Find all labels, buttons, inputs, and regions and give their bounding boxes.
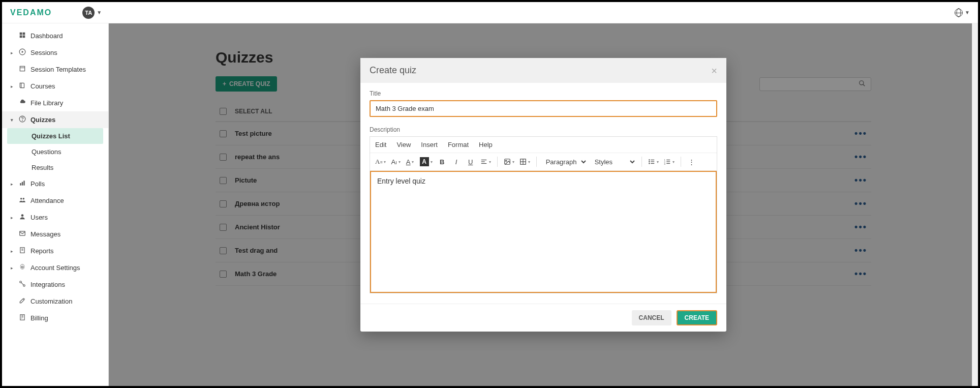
sidebar-item-label: Messages xyxy=(30,230,60,238)
table-tool[interactable]: ▾ xyxy=(518,155,531,168)
create-button[interactable]: CREATE xyxy=(677,310,717,325)
svg-rect-2 xyxy=(20,36,22,38)
svg-rect-1 xyxy=(23,33,25,35)
gear-icon xyxy=(18,263,26,272)
more-tool[interactable]: ⋮ xyxy=(686,155,697,168)
svg-rect-12 xyxy=(22,182,23,186)
sidebar-item-reports[interactable]: ▸Reports xyxy=(2,243,108,259)
font-family-tool[interactable]: A≡▾ xyxy=(374,155,387,168)
svg-rect-11 xyxy=(20,183,21,186)
billing-icon xyxy=(18,314,26,322)
sidebar: Dashboard▸SessionsSession Templates▸Cour… xyxy=(2,23,109,386)
caret-icon: ▸ xyxy=(9,215,14,220)
align-tool[interactable]: ▾ xyxy=(479,155,492,168)
template-icon xyxy=(18,65,26,74)
sidebar-item-file-library[interactable]: File Library xyxy=(2,95,108,111)
sidebar-child-questions[interactable]: Questions xyxy=(2,144,108,160)
quiz-title-input[interactable] xyxy=(370,100,717,117)
sidebar-item-customization[interactable]: Customization xyxy=(2,293,108,310)
svg-point-16 xyxy=(21,214,24,217)
sidebar-item-label: Sessions xyxy=(30,49,57,56)
description-label: Description xyxy=(370,126,717,133)
underline-tool[interactable]: U xyxy=(465,155,476,168)
sidebar-item-polls[interactable]: ▸Polls xyxy=(2,175,108,192)
svg-marker-5 xyxy=(22,51,24,53)
svg-rect-6 xyxy=(20,66,24,71)
integrations-icon xyxy=(18,280,26,289)
menu-format[interactable]: Format xyxy=(448,141,469,148)
caret-icon: ▸ xyxy=(9,84,14,89)
brand-logo: VEDAMO xyxy=(10,8,52,17)
sidebar-item-courses[interactable]: ▸Courses xyxy=(2,78,108,95)
people-icon xyxy=(18,196,26,205)
sidebar-item-session-templates[interactable]: Session Templates xyxy=(2,61,108,78)
svg-point-14 xyxy=(20,198,22,200)
scrollbar[interactable] xyxy=(972,23,978,386)
tools-icon xyxy=(18,297,26,306)
modal-title: Create quiz xyxy=(370,65,416,76)
sidebar-item-users[interactable]: ▸Users xyxy=(2,209,108,226)
svg-point-39 xyxy=(649,160,649,160)
create-quiz-modal: Create quiz × Title Description Edit Vie… xyxy=(360,58,726,332)
report-icon xyxy=(18,247,26,255)
sidebar-item-label: Reports xyxy=(30,247,54,255)
text-color-tool[interactable]: A▾ xyxy=(405,155,416,168)
font-size-tool[interactable]: AI▾ xyxy=(390,155,401,168)
sidebar-item-account-settings[interactable]: ▸Account Settings xyxy=(2,259,108,276)
svg-point-41 xyxy=(649,163,649,164)
users-icon xyxy=(18,213,26,222)
title-label: Title xyxy=(370,90,717,97)
sidebar-item-label: Quizzes xyxy=(30,116,55,124)
caret-icon: ▸ xyxy=(9,249,14,254)
editor: Edit View Insert Format Help A≡▾ AI▾ A▾ … xyxy=(370,136,717,293)
sidebar-item-label: Customization xyxy=(30,297,72,305)
paragraph-select[interactable]: Paragraph xyxy=(542,156,588,168)
svg-rect-0 xyxy=(20,33,22,35)
chart-icon xyxy=(18,180,26,188)
sidebar-item-label: Integrations xyxy=(30,281,65,288)
italic-tool[interactable]: I xyxy=(451,155,462,168)
caret-icon: ▾ xyxy=(9,117,14,123)
svg-text:3: 3 xyxy=(664,163,665,165)
mail-icon xyxy=(18,230,26,238)
sidebar-item-sessions[interactable]: ▸Sessions xyxy=(2,44,108,61)
help-icon xyxy=(18,115,26,124)
bg-color-tool[interactable]: A▾ xyxy=(419,155,434,168)
sidebar-item-attendance[interactable]: Attendance xyxy=(2,192,108,209)
sidebar-item-messages[interactable]: Messages xyxy=(2,226,108,243)
bold-tool[interactable]: B xyxy=(437,155,448,168)
sidebar-child-results[interactable]: Results xyxy=(2,160,108,175)
sidebar-item-billing[interactable]: Billing xyxy=(2,310,108,326)
caret-icon: ▸ xyxy=(9,50,14,55)
svg-rect-13 xyxy=(23,181,24,185)
bullet-list-tool[interactable]: ▾ xyxy=(647,155,660,168)
user-menu[interactable]: TA ▼ xyxy=(82,7,102,19)
svg-line-24 xyxy=(21,283,24,285)
sidebar-item-quizzes[interactable]: ▾Quizzes xyxy=(2,111,108,128)
topbar: VEDAMO TA ▼ ▼ xyxy=(2,2,978,23)
menu-edit[interactable]: Edit xyxy=(375,141,386,148)
editor-body[interactable]: Entry level quiz xyxy=(370,171,717,293)
cancel-button[interactable]: CANCEL xyxy=(632,310,671,325)
number-list-tool[interactable]: 123▾ xyxy=(663,155,676,168)
cloud-icon xyxy=(18,99,26,107)
menu-help[interactable]: Help xyxy=(479,141,493,148)
caret-icon: ▸ xyxy=(9,265,14,271)
menu-insert[interactable]: Insert xyxy=(421,141,438,148)
play-icon xyxy=(18,48,26,57)
sidebar-item-dashboard[interactable]: Dashboard xyxy=(2,27,108,44)
sidebar-item-integrations[interactable]: Integrations xyxy=(2,276,108,293)
main-content: Quizzes + CREATE QUIZ SELECT A xyxy=(109,23,978,386)
sidebar-child-quizzes-list[interactable]: Quizzes List xyxy=(7,128,103,144)
avatar: TA xyxy=(82,7,95,19)
svg-point-15 xyxy=(23,198,25,200)
dashboard-icon xyxy=(18,32,26,40)
close-icon[interactable]: × xyxy=(711,66,717,76)
chevron-down-icon: ▼ xyxy=(965,10,970,15)
chevron-down-icon: ▼ xyxy=(97,10,102,15)
menu-view[interactable]: View xyxy=(396,141,411,148)
image-tool[interactable]: ▾ xyxy=(503,155,515,168)
styles-select[interactable]: Styles xyxy=(591,156,636,168)
language-menu[interactable]: ▼ xyxy=(955,9,970,17)
svg-point-21 xyxy=(21,266,23,268)
